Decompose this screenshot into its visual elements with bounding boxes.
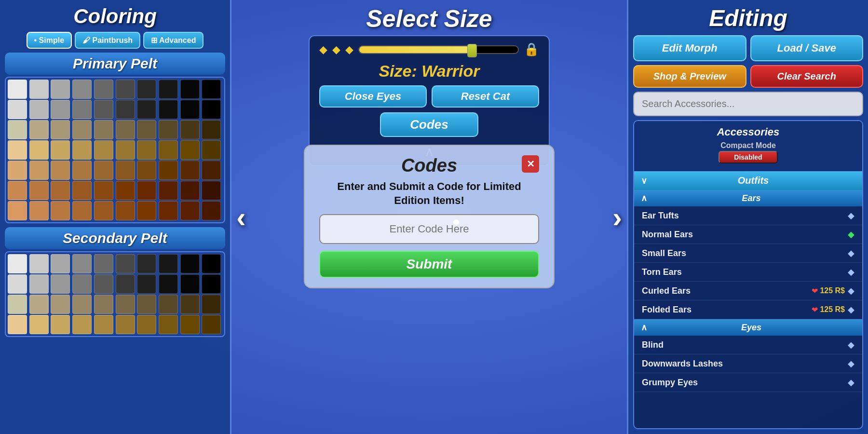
color-cell[interactable] [94,315,113,334]
color-cell[interactable] [51,100,70,119]
color-cell[interactable] [180,181,200,200]
color-cell[interactable] [159,140,178,160]
color-cell[interactable] [94,181,113,200]
color-cell[interactable] [51,295,70,314]
reset-cat-button[interactable]: Reset Cat [432,85,539,108]
submit-button[interactable]: Submit [319,251,539,278]
color-cell[interactable] [202,181,221,200]
color-cell[interactable] [29,140,49,160]
color-cell[interactable] [116,100,135,119]
list-item[interactable]: Curled Ears ❤ 125 R$ ◆ [634,282,862,300]
color-cell[interactable] [29,120,49,139]
color-cell[interactable] [29,254,49,273]
color-cell[interactable] [159,254,178,273]
color-cell[interactable] [29,100,49,119]
color-cell[interactable] [137,295,156,314]
color-cell[interactable] [137,120,156,139]
compact-mode-toggle[interactable]: Disabled [719,151,777,163]
color-cell[interactable] [116,201,135,220]
color-cell[interactable] [180,201,200,220]
color-cell[interactable] [8,120,27,139]
color-cell[interactable] [180,295,200,314]
color-cell[interactable] [159,100,178,119]
color-cell[interactable] [94,254,113,273]
color-cell[interactable] [137,100,156,119]
lock-icon[interactable]: 🔒 [524,42,539,57]
color-cell[interactable] [202,80,221,99]
outfits-category[interactable]: ∨ Outfits [634,171,862,190]
list-item[interactable]: Downwards Lashes ◆ [634,354,862,373]
color-cell[interactable] [51,80,70,99]
color-cell[interactable] [137,181,156,200]
color-cell[interactable] [180,100,200,119]
color-cell[interactable] [180,80,200,99]
color-cell[interactable] [202,274,221,294]
color-cell[interactable] [72,140,92,160]
color-cell[interactable] [116,181,135,200]
list-item[interactable]: Small Ears ◆ [634,244,862,263]
color-cell[interactable] [51,120,70,139]
color-cell[interactable] [94,120,113,139]
nav-arrow-left[interactable]: ‹ [236,201,246,234]
color-cell[interactable] [72,274,92,294]
color-cell[interactable] [8,181,27,200]
shop-preview-button[interactable]: Shop & Preview [633,65,746,88]
color-cell[interactable] [8,161,27,180]
color-cell[interactable] [94,274,113,294]
color-cell[interactable] [72,315,92,334]
color-cell[interactable] [180,161,200,180]
color-cell[interactable] [159,181,178,200]
color-cell[interactable] [94,201,113,220]
color-cell[interactable] [180,120,200,139]
color-cell[interactable] [94,100,113,119]
color-cell[interactable] [94,161,113,180]
color-cell[interactable] [180,315,200,334]
color-cell[interactable] [137,274,156,294]
modal-close-button[interactable]: ✕ [522,155,539,173]
color-cell[interactable] [159,274,178,294]
color-cell[interactable] [159,120,178,139]
code-input[interactable] [319,214,539,244]
color-cell[interactable] [72,100,92,119]
color-cell[interactable] [94,140,113,160]
color-cell[interactable] [202,161,221,180]
color-cell[interactable] [8,254,27,273]
simple-mode-button[interactable]: • Simple [27,32,72,49]
color-cell[interactable] [137,315,156,334]
size-slider[interactable] [358,45,519,54]
color-cell[interactable] [202,315,221,334]
color-cell[interactable] [137,140,156,160]
color-cell[interactable] [159,161,178,180]
close-eyes-button[interactable]: Close Eyes [319,85,427,108]
advanced-mode-button[interactable]: ⊞ Advanced [143,32,203,49]
color-cell[interactable] [29,274,49,294]
color-cell[interactable] [137,201,156,220]
color-cell[interactable] [8,295,27,314]
color-cell[interactable] [29,181,49,200]
color-cell[interactable] [29,315,49,334]
paintbrush-mode-button[interactable]: 🖌 Paintbrush [75,32,140,49]
color-cell[interactable] [137,254,156,273]
color-cell[interactable] [116,315,135,334]
color-cell[interactable] [51,181,70,200]
color-cell[interactable] [202,295,221,314]
color-cell[interactable] [159,315,178,334]
color-cell[interactable] [51,254,70,273]
nav-arrow-right[interactable]: › [612,201,622,234]
color-cell[interactable] [72,295,92,314]
color-cell[interactable] [8,100,27,119]
list-item[interactable]: Blind ◆ [634,336,862,354]
ears-subcategory[interactable]: ∧ Ears [634,190,862,206]
color-cell[interactable] [159,201,178,220]
color-cell[interactable] [116,120,135,139]
color-cell[interactable] [72,80,92,99]
color-cell[interactable] [8,80,27,99]
search-accessories-input[interactable] [633,92,863,116]
codes-button[interactable]: Codes [380,112,478,137]
color-cell[interactable] [116,295,135,314]
color-cell[interactable] [8,140,27,160]
color-cell[interactable] [8,315,27,334]
color-cell[interactable] [116,140,135,160]
color-cell[interactable] [8,274,27,294]
color-cell[interactable] [137,161,156,180]
